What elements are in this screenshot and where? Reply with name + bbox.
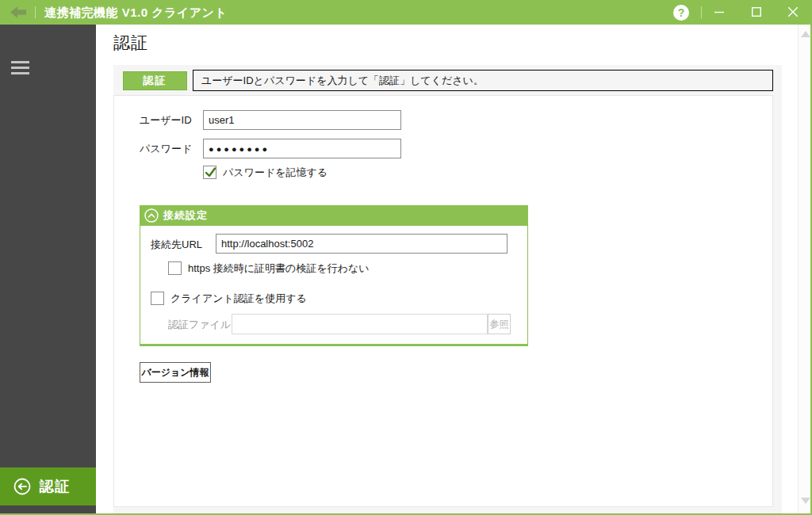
maximize-button[interactable]: [743, 0, 770, 25]
help-icon: ?: [678, 6, 685, 19]
back-button[interactable]: [10, 5, 27, 20]
sidebar-item-auth-label: 認証: [40, 477, 70, 496]
connection-settings-title: 接続設定: [163, 208, 208, 223]
minimize-button[interactable]: [706, 0, 733, 25]
client-auth-label: クライアント認証を使用する: [170, 292, 307, 305]
close-icon: [788, 6, 798, 20]
window-title: 連携補完機能 V1.0 クライアント: [44, 0, 227, 25]
auth-message-box: ユーザーIDとパスワードを入力して「認証」してください。: [193, 70, 773, 91]
menu-icon: [11, 61, 29, 63]
url-label: 接続先URL: [151, 238, 202, 252]
scroll-down-icon[interactable]: [801, 498, 810, 504]
user-id-label: ユーザーID: [140, 113, 192, 128]
https-skip-verify-label: https 接続時に証明書の検証を行わない: [188, 261, 370, 275]
collapse-icon[interactable]: [144, 208, 159, 223]
remember-password-label: パスワードを記憶する: [223, 166, 327, 179]
https-skip-verify-checkbox[interactable]: [168, 261, 182, 275]
form-card: ユーザーID パスワード パスワードを記憶する 接続設定 接続先U: [113, 95, 773, 507]
vertical-scrollbar[interactable]: [798, 25, 811, 513]
page-title: 認証: [113, 32, 148, 54]
titlebar: 連携補完機能 V1.0 クライアント ?: [0, 0, 812, 25]
menu-icon: [11, 72, 29, 74]
maximize-icon: [752, 6, 761, 20]
minimize-icon: [714, 6, 724, 20]
auth-file-label: 認証ファイル: [168, 318, 231, 332]
app-window: 連携補完機能 V1.0 クライアント ?: [0, 0, 812, 515]
scroll-up-icon[interactable]: [801, 31, 810, 37]
login-icon: [13, 477, 32, 496]
auth-file-input[interactable]: [232, 314, 488, 334]
titlebar-divider: [701, 6, 702, 18]
close-button[interactable]: [779, 0, 806, 25]
password-input[interactable]: [203, 139, 401, 158]
url-input[interactable]: [216, 234, 508, 254]
version-info-button[interactable]: バージョン情報: [140, 362, 211, 383]
back-arrow-icon: [10, 9, 27, 22]
sidebar-item-auth[interactable]: 認証: [0, 467, 96, 505]
browse-button[interactable]: 参照: [488, 314, 511, 334]
sidebar: 認証: [0, 25, 96, 513]
connection-settings-group: 接続設定 接続先URL https 接続時に証明書の検証を行わない クライアント…: [140, 205, 528, 346]
client-auth-checkbox[interactable]: [151, 292, 164, 305]
titlebar-divider: [35, 6, 36, 18]
check-icon: [205, 166, 216, 178]
hamburger-menu-button[interactable]: [11, 61, 29, 74]
user-id-input[interactable]: [203, 110, 401, 130]
menu-icon: [11, 67, 29, 69]
connection-settings-header[interactable]: 接続設定: [140, 205, 528, 226]
password-label: パスワード: [140, 142, 192, 156]
help-button[interactable]: ?: [673, 5, 689, 21]
remember-password-checkbox[interactable]: [203, 166, 216, 179]
auth-button[interactable]: 認証: [123, 71, 187, 90]
connection-settings-body: 接続先URL https 接続時に証明書の検証を行わない クライアント認証を使用…: [140, 226, 528, 346]
